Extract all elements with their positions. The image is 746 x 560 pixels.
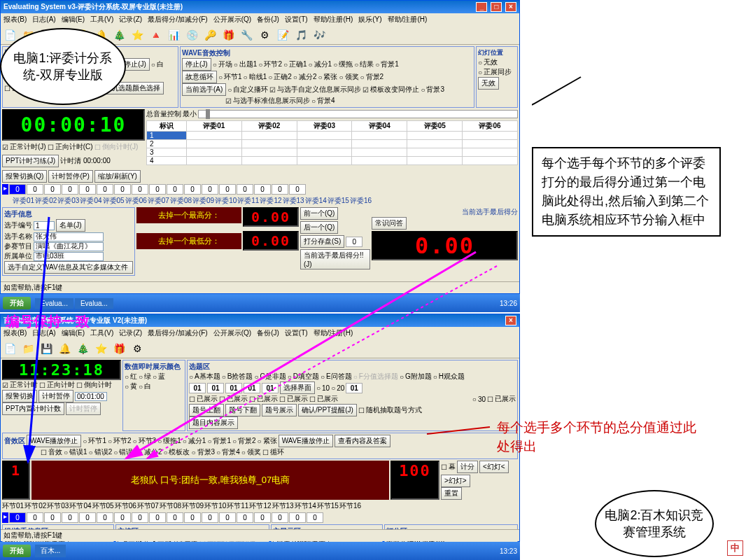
ime-indicator[interactable]: 中 (727, 540, 743, 556)
color-white-radio[interactable]: ○白 (151, 59, 164, 69)
color-blue[interactable]: ○蓝 (153, 372, 165, 382)
zoom-refresh-button[interactable]: 缩放/刷新(Y) (94, 170, 141, 183)
stage-cell[interactable]: 0 (114, 512, 131, 523)
pos-timer-check[interactable]: ☐正向计时(C) (48, 142, 93, 152)
gift-icon[interactable]: 🎁 (111, 341, 127, 356)
judge-cell[interactable]: 0 (167, 184, 183, 195)
wave-opt[interactable]: ○结果 (354, 59, 374, 69)
player-no-input[interactable] (34, 221, 55, 230)
menu-item[interactable]: 最后得分/加减分(F) (148, 328, 208, 338)
judge-cell[interactable]: 0 (132, 184, 148, 195)
judge-cell[interactable]: 0 (44, 184, 61, 195)
judge-cell[interactable]: 0 (237, 184, 253, 195)
stage-cell[interactable]: 0 (202, 512, 218, 523)
color-red[interactable]: ○红 (125, 372, 137, 382)
menu-item[interactable]: 备份(J) (257, 328, 279, 338)
star-icon[interactable]: ⭐ (93, 341, 108, 356)
stage-cell[interactable]: 0 (79, 512, 96, 523)
calc-button[interactable]: 计分 (457, 461, 478, 473)
stage-cell[interactable]: 0 (254, 512, 271, 523)
wave-loop-button[interactable]: 故意循环 (182, 71, 217, 83)
alarm-switch-button[interactable]: 报警切换(Q) (2, 170, 47, 183)
stage-cell[interactable]: 0 (44, 512, 61, 523)
player-event-input[interactable] (34, 242, 104, 251)
wave-opt[interactable]: ○出题1 (234, 59, 258, 69)
file-icon[interactable]: 📄 (2, 341, 17, 356)
stage-cell[interactable]: 0 (167, 512, 183, 523)
next-player-button[interactable]: 后一个(Q) (300, 221, 338, 234)
lamp-radio[interactable]: ○无效 (478, 57, 498, 67)
time-input[interactable] (75, 392, 107, 401)
list-button[interactable]: 名单(J) (56, 219, 85, 232)
wave-opt[interactable]: ○自定义播环 (227, 85, 268, 94)
player-unit-input[interactable] (34, 252, 104, 261)
wave-opt[interactable]: ○暗线1 (244, 72, 267, 82)
lamp-right[interactable]: >幻灯> (441, 475, 470, 487)
gear-icon[interactable]: ⚙ (129, 341, 145, 356)
gift-icon[interactable]: 🎁 (220, 27, 236, 43)
color-green[interactable]: ○绿 (139, 372, 151, 382)
score-input[interactable]: 0 (346, 237, 363, 247)
judge-cell[interactable]: 0 (62, 184, 78, 195)
judge-cell[interactable]: 0 (219, 184, 236, 195)
timer-pause[interactable]: 计时暂停 (38, 390, 73, 402)
wave-opt[interactable]: ○减分2 (293, 72, 317, 82)
menu-item[interactable]: 记录(Z) (119, 15, 142, 24)
menu-item[interactable]: 工具(V) (90, 15, 113, 24)
timer-pause-button[interactable]: 计时暂停(P) (48, 170, 92, 183)
menu-item[interactable]: 设置(T) (285, 15, 308, 24)
minimize-button[interactable]: _ (476, 2, 487, 12)
judge-cell[interactable]: 0 (79, 184, 96, 195)
menu-item[interactable]: 记录(Z) (119, 328, 142, 338)
menu-item[interactable]: 工具(V) (90, 328, 113, 338)
menu-item[interactable]: 报表(B) (3, 15, 27, 24)
view-answer[interactable]: 查看内容及答案 (335, 435, 390, 447)
player-name-input[interactable] (34, 232, 104, 241)
final-again-button[interactable]: 当前选手最后得分!!(J) (300, 249, 370, 270)
topic-content-show[interactable]: 题目内容展示 (189, 416, 238, 429)
wave-current-button[interactable]: 当前选手(A) (182, 83, 226, 96)
timer-normal[interactable]: ☑正常计时 (2, 380, 38, 390)
select-ui-button[interactable]: 选择界面 (280, 382, 315, 394)
timer-rev[interactable]: ☐倒向计时 (76, 380, 112, 390)
disc-icon[interactable]: 💿 (184, 27, 199, 43)
topic-show[interactable]: 题号展示 (262, 404, 297, 416)
confirm-ppt[interactable]: 确认/PPT提醒(J) (298, 404, 357, 416)
gear-icon[interactable]: ⚙ (257, 27, 272, 43)
wave-opt[interactable]: ○领奖 (339, 72, 358, 82)
stage-cell[interactable]: 0 (289, 512, 306, 523)
judge-cell[interactable]: 0 (149, 184, 166, 195)
ppt-timer-button[interactable]: PPT计时习练(J) (2, 155, 59, 167)
judge-cell[interactable]: 0 (272, 184, 288, 195)
menu-item[interactable]: 日志(A) (32, 15, 55, 24)
menu-item[interactable]: 帮助/注册(H) (314, 328, 353, 338)
stage-cell[interactable]: 0 (219, 512, 236, 523)
volume-slider[interactable] (198, 110, 518, 118)
timer-pos[interactable]: ☐正向计时 (39, 380, 75, 390)
wave-stop-2[interactable]: WAVE播放停止 (279, 435, 333, 447)
quiz-button[interactable]: 常识问答 (372, 217, 407, 230)
menu-item[interactable]: 设置(T) (285, 328, 308, 338)
menu-item[interactable]: 帮助/注册(H) (388, 15, 428, 24)
stage-cell[interactable]: 0 (27, 512, 43, 523)
bg-radio[interactable]: ○背景4 (311, 96, 335, 106)
key-icon[interactable]: 🔑 (202, 27, 218, 43)
wave-opt[interactable]: ○正确2 (268, 72, 292, 82)
stage-cell[interactable]: 0 (237, 512, 253, 523)
lamp-radio[interactable]: ○正展同步 (478, 67, 512, 77)
judge-cell[interactable]: 0 (27, 184, 43, 195)
stage-cell[interactable]: 0 (9, 512, 26, 523)
close-button-2[interactable]: × (505, 316, 516, 326)
stage-cell[interactable]: 0 (132, 512, 148, 523)
menu-item[interactable]: 备份(J) (257, 15, 279, 24)
judge-cell[interactable]: 0 (254, 184, 271, 195)
wave-opt[interactable]: ○开场 (213, 59, 232, 69)
menu-item[interactable]: 娱乐(Y) (358, 15, 381, 24)
note-icon[interactable]: 📝 (275, 27, 290, 43)
save-score-button[interactable]: 打分存盘(S) (300, 235, 344, 248)
bg-radio[interactable]: ○背景2 (360, 72, 384, 82)
music2-icon[interactable]: 🎶 (311, 27, 327, 43)
judge-cell[interactable]: 0 (97, 184, 113, 195)
color-white[interactable]: ○白 (139, 382, 151, 391)
judge-cell[interactable]: 0 (289, 184, 306, 195)
